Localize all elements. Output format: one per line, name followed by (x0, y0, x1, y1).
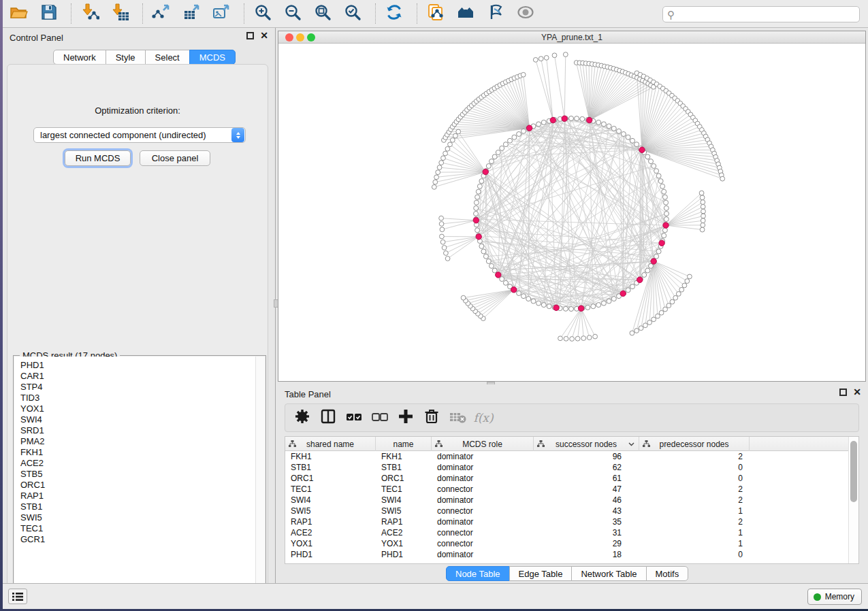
table-row[interactable]: YOX1YOX1connector291 (285, 538, 850, 549)
tab-style[interactable]: Style (106, 50, 146, 65)
zoom-selected-button[interactable] (342, 3, 363, 24)
show-graphics-details-icon[interactable] (516, 3, 535, 24)
new-network-from-selection-icon[interactable] (426, 3, 445, 24)
result-list-scrollbar[interactable] (255, 357, 265, 606)
mcds-result-node[interactable]: STP4 (14, 382, 256, 393)
float-panel-icon[interactable] (246, 32, 254, 39)
table-scrollbar[interactable] (848, 437, 858, 563)
column-header-name[interactable]: name (376, 437, 432, 451)
mcds-result-node[interactable]: STB1 (14, 501, 256, 512)
mcds-result-node[interactable]: ORC1 (14, 480, 256, 491)
import-network-button[interactable] (80, 3, 100, 24)
add-column-button[interactable] (396, 408, 416, 427)
select-all-icon[interactable] (344, 407, 364, 429)
table-row[interactable]: SWI4SWI4dominator462 (285, 495, 850, 506)
save-session-button[interactable] (38, 3, 59, 24)
table-row[interactable]: STB1STB1dominator620 (285, 462, 850, 473)
column-header-successor-nodes[interactable]: successor nodes (534, 437, 639, 451)
criterion-select[interactable]: largest connected component (undirected) (33, 127, 246, 143)
column-header-MCDS-role[interactable]: MCDS role (432, 437, 534, 451)
zoom-in-icon[interactable] (253, 3, 272, 24)
export-network-button[interactable] (151, 3, 172, 24)
table-row[interactable]: PHD1PHD1dominator180 (285, 549, 850, 560)
tab-network-table[interactable]: Network Table (571, 566, 646, 581)
network-graph-canvas[interactable] (278, 44, 865, 381)
mcds-result-node[interactable]: SWI4 (14, 414, 256, 425)
tab-edge-table[interactable]: Edge Table (509, 566, 573, 581)
table-row[interactable]: FKH1FKH1dominator962 (285, 451, 850, 462)
table-settings-icon[interactable] (293, 407, 312, 429)
save-session-icon[interactable] (39, 3, 58, 24)
tab-node-table[interactable]: Node Table (446, 566, 510, 581)
mcds-result-node[interactable]: SRD1 (14, 425, 256, 436)
first-neighbors-button[interactable] (455, 3, 476, 24)
table-scrollbar-thumb[interactable] (850, 441, 857, 502)
open-session-icon[interactable] (9, 3, 28, 24)
network-window-titlebar[interactable]: YPA_prune.txt_1 (278, 31, 865, 44)
column-header-predecessor-nodes[interactable]: predecessor nodes (639, 437, 750, 451)
import-table-icon[interactable] (110, 3, 129, 24)
column-visibility-button[interactable] (318, 408, 338, 427)
table-row[interactable]: TEC1TEC1connector472 (285, 484, 850, 495)
delete-column-icon[interactable] (422, 407, 441, 429)
mcds-result-node[interactable]: TID3 (14, 393, 256, 403)
search-field[interactable]: ⚲ (662, 6, 860, 22)
mcds-result-node[interactable]: CAR1 (14, 371, 256, 382)
table-row[interactable]: ORC1ORC1dominator610 (285, 473, 850, 484)
float-table-panel-icon[interactable] (839, 389, 847, 396)
close-table-panel-icon[interactable]: ✕ (853, 389, 861, 396)
zoom-selected-icon[interactable] (343, 3, 362, 24)
import-network-icon[interactable] (80, 3, 99, 24)
refresh-button[interactable] (384, 3, 404, 24)
deselect-all-button[interactable] (370, 408, 390, 427)
mcds-result-node[interactable]: PHD1 (14, 360, 256, 371)
memory-button[interactable]: Memory (807, 589, 862, 605)
mcds-result-node[interactable]: GCR1 (14, 534, 256, 545)
show-panels-button[interactable] (8, 589, 27, 604)
new-network-from-selection-button[interactable] (425, 3, 446, 24)
mcds-result-node[interactable]: ACE2 (14, 458, 256, 469)
export-network-icon[interactable] (152, 3, 171, 24)
mcds-result-node[interactable]: FKH1 (14, 447, 256, 458)
open-session-button[interactable] (8, 3, 29, 24)
close-panel-icon[interactable]: ✕ (260, 32, 268, 39)
export-image-button[interactable] (211, 3, 231, 24)
table-row[interactable]: SWI5SWI5connector431 (285, 506, 850, 516)
add-column-icon[interactable] (396, 407, 415, 429)
column-header-shared-name[interactable]: shared name (285, 437, 376, 451)
table-row[interactable]: ACE2ACE2connector311 (285, 527, 850, 538)
export-table-button[interactable] (181, 3, 202, 24)
mcds-result-node[interactable]: PMA2 (14, 436, 256, 447)
tab-select[interactable]: Select (145, 50, 190, 65)
mcds-result-node[interactable]: RAP1 (14, 491, 256, 501)
mcds-result-node[interactable]: STB5 (14, 469, 256, 480)
export-image-icon[interactable] (212, 3, 231, 24)
tab-network[interactable]: Network (53, 50, 106, 65)
export-table-icon[interactable] (182, 3, 201, 24)
hide-selected-button[interactable] (485, 3, 506, 24)
zoom-fit-icon[interactable] (313, 3, 332, 24)
zoom-out-button[interactable] (283, 3, 303, 24)
zoom-out-icon[interactable] (283, 3, 302, 24)
mcds-result-node[interactable]: SWI5 (14, 512, 256, 523)
tab-motifs[interactable]: Motifs (646, 566, 689, 581)
zoom-fit-button[interactable] (312, 3, 333, 24)
delete-column-button[interactable] (421, 408, 442, 427)
zoom-in-button[interactable] (253, 3, 273, 24)
table-settings-button[interactable] (292, 408, 312, 427)
hide-selected-icon[interactable] (486, 3, 505, 24)
refresh-icon[interactable] (385, 3, 404, 24)
mcds-result-list[interactable]: PHD1CAR1STP4TID3YOX1SWI4SRD1PMA2FKH1ACE2… (14, 357, 256, 606)
run-mcds-button[interactable]: Run MCDS (65, 150, 131, 166)
import-table-button[interactable] (110, 3, 130, 24)
deselect-all-icon[interactable] (370, 407, 389, 429)
close-panel-button[interactable]: Close panel (140, 150, 210, 166)
select-all-button[interactable] (344, 408, 364, 427)
first-neighbors-icon[interactable] (456, 3, 475, 24)
show-graphics-details-button[interactable] (515, 3, 536, 24)
table-row[interactable]: RAP1RAP1dominator352 (285, 516, 850, 527)
tab-mcds[interactable]: MCDS (189, 50, 236, 65)
mcds-result-node[interactable]: YOX1 (14, 403, 256, 414)
mcds-result-node[interactable]: TEC1 (14, 523, 256, 534)
column-visibility-icon[interactable] (319, 407, 338, 429)
